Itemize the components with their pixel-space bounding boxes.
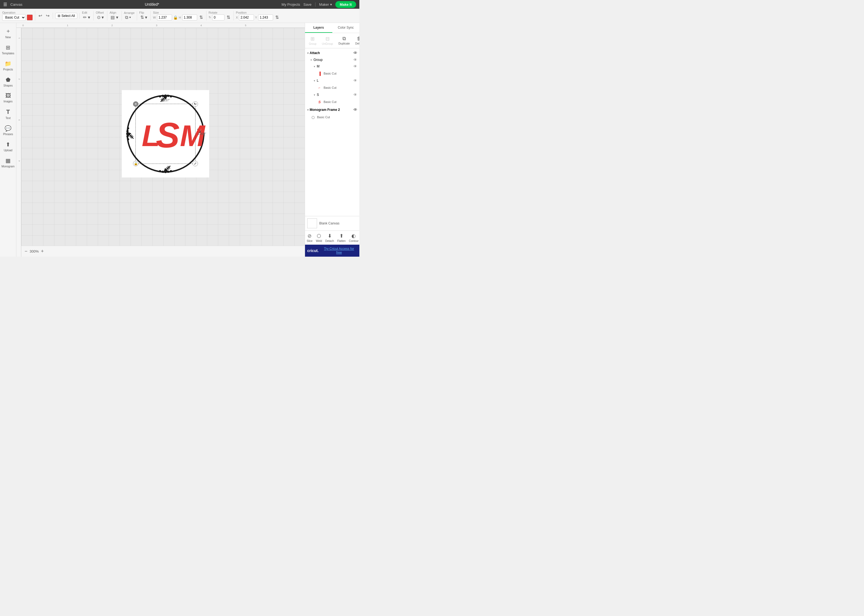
sidebar-item-projects[interactable]: 📁 Projects: [1, 58, 15, 73]
tab-color-sync[interactable]: Color Sync: [332, 23, 360, 33]
edit-button[interactable]: ✏ ▾: [82, 14, 91, 20]
width-input[interactable]: [157, 14, 172, 20]
group-item[interactable]: ▾ Group 👁: [305, 57, 359, 63]
pos-y-input[interactable]: [258, 14, 273, 20]
group-eye-icon[interactable]: 👁: [353, 58, 357, 62]
sidebar-item-shapes[interactable]: ⬟ Shapes: [1, 74, 15, 89]
sidebar-item-templates[interactable]: ⊞ Templates: [1, 42, 15, 57]
attach-eye-icon[interactable]: 👁: [353, 51, 357, 55]
l-eye-icon[interactable]: 👁: [353, 79, 357, 83]
sidebar-item-images[interactable]: 🖼 Images: [1, 90, 15, 105]
menu-icon[interactable]: ☰: [3, 2, 7, 7]
ruler-3: 3: [155, 24, 159, 27]
arrange-button[interactable]: ⧉ ▾: [124, 14, 132, 20]
position-group: Position X Y ⇅: [236, 11, 280, 20]
my-projects-link[interactable]: My Projects: [281, 2, 300, 6]
design-container[interactable]: L S M 1.237" 1.308" ✕ ↻ 🔒: [116, 85, 215, 183]
sidebar-item-upload[interactable]: ⬆ Upload: [1, 139, 15, 154]
canvas-area[interactable]: 0 1 2 3 4 5 1 2 3 4: [16, 23, 305, 257]
offset-button[interactable]: ⊙ ▾: [96, 14, 105, 20]
rotate-input[interactable]: [212, 14, 225, 20]
lock-icon[interactable]: 🔒: [173, 15, 178, 20]
monogram-frame-header[interactable]: ▾ Monogram Frame 2 👁: [305, 106, 359, 113]
save-button[interactable]: Save: [303, 2, 311, 6]
duplicate-button[interactable]: ⧉ Duplicate: [336, 35, 352, 46]
dimension-height-label: 1.308": [198, 132, 206, 135]
tab-layers[interactable]: Layers: [305, 23, 332, 33]
make-it-button[interactable]: Make It: [335, 1, 356, 8]
divider: |: [315, 2, 316, 7]
images-label: Images: [3, 100, 13, 103]
rotate-stepper[interactable]: ⇅: [226, 14, 231, 20]
zoom-in-button[interactable]: +: [41, 248, 44, 254]
offset-group: Offset ⊙ ▾: [96, 11, 105, 20]
flip-button[interactable]: ⇅ ▾: [139, 14, 148, 20]
toolbar: Operation Basic Cut ↩ ↪ ⊞ Select All Edi…: [0, 9, 359, 23]
size-stepper[interactable]: ⇅: [198, 14, 204, 20]
rotate-inputs: ↻ ⇅: [209, 14, 231, 20]
ungroup-button[interactable]: ⊟ UnGroup: [320, 35, 335, 46]
sidebar-item-text[interactable]: T Text: [1, 106, 15, 122]
scale-handle[interactable]: ⤢: [193, 161, 198, 166]
cricut-banner: cricut. Try Cricut Access for free: [305, 245, 359, 257]
s-thumb: S: [317, 99, 322, 105]
m-layer-item[interactable]: ▾ M 👁: [305, 63, 359, 70]
s-basic-cut[interactable]: S Basic Cut: [305, 98, 359, 106]
l-basic-cut[interactable]: ⌐ Basic Cut: [305, 84, 359, 91]
align-button[interactable]: ▤ ▾: [110, 14, 119, 20]
sidebar-item-new[interactable]: ＋ New: [1, 25, 15, 41]
pos-x-input[interactable]: [239, 14, 254, 20]
slice-icon: ⊘: [308, 233, 311, 239]
svg-point-35: [127, 138, 129, 140]
text-icon: T: [6, 108, 10, 115]
zoom-out-button[interactable]: −: [25, 248, 28, 254]
flatten-button[interactable]: ⬆ Flatten: [336, 232, 347, 244]
undo-button[interactable]: ↩: [38, 13, 43, 19]
cricut-access-link[interactable]: Try Cricut Access for free: [321, 247, 357, 255]
flatten-label: Flatten: [337, 239, 346, 242]
m-basic-cut[interactable]: ▐ Basic Cut: [305, 70, 359, 77]
color-picker[interactable]: [27, 14, 33, 20]
maker-selector[interactable]: Maker ▾: [319, 2, 332, 6]
s-basic-cut-label: Basic Cut: [324, 100, 336, 104]
detach-button[interactable]: ⬇ Detach: [324, 232, 336, 244]
weld-button[interactable]: ⬡ Weld: [314, 232, 324, 244]
text-label: Text: [5, 116, 10, 119]
contour-button[interactable]: ◐ Contour: [347, 232, 359, 244]
m-eye-icon[interactable]: 👁: [353, 64, 357, 69]
s-layer-item[interactable]: ▾ S 👁: [305, 91, 359, 98]
rotate-handle[interactable]: ↻: [193, 101, 198, 107]
monogram-basic-cut[interactable]: ◯ Basic Cut: [305, 113, 359, 121]
close-handle[interactable]: ✕: [133, 101, 138, 107]
size-group: Size W 🔒 H ⇅: [153, 11, 204, 20]
ruler-5: 5: [244, 24, 247, 27]
maker-chevron-icon: ▾: [330, 2, 332, 6]
s-eye-icon[interactable]: 👁: [353, 93, 357, 97]
templates-label: Templates: [2, 52, 14, 55]
rotate-icon: ↻: [209, 16, 211, 19]
align-section: Align ▤ ▾: [110, 11, 121, 20]
redo-button[interactable]: ↪: [45, 13, 50, 19]
l-layer-item[interactable]: ▾ L 👁: [305, 77, 359, 84]
m-thumb: ▐: [317, 71, 322, 76]
lock-handle[interactable]: 🔒: [133, 161, 138, 166]
layers-content: ▾ Attach 👁 ▾ Group 👁 ▾ M 👁: [305, 48, 359, 216]
position-section: Position X Y ⇅: [236, 11, 282, 20]
sidebar-item-phrases[interactable]: 💬 Phrases: [1, 123, 15, 138]
height-label: H: [179, 16, 181, 19]
sidebar-item-monogram[interactable]: ▦ Monogram: [1, 155, 15, 170]
operation-select[interactable]: Basic Cut: [2, 14, 26, 21]
monogram-thumb: ◯: [311, 115, 316, 120]
group-button[interactable]: ⊞ Group: [307, 35, 319, 46]
attach-header[interactable]: ▾ Attach 👁: [305, 49, 359, 57]
monogram-frame-eye-icon[interactable]: 👁: [353, 108, 357, 112]
height-input[interactable]: [182, 14, 197, 20]
slice-button[interactable]: ⊘ Slice: [305, 232, 314, 244]
select-all-button[interactable]: ⊞ Select All: [55, 13, 77, 19]
delete-button[interactable]: 🗑 Delete: [353, 35, 359, 46]
monogram-chevron-icon: ▾: [307, 108, 309, 112]
m-chevron-icon: ▾: [314, 65, 315, 68]
duplicate-icon: ⧉: [342, 36, 346, 41]
pos-stepper[interactable]: ⇅: [274, 14, 280, 20]
s-label: S: [317, 93, 319, 97]
